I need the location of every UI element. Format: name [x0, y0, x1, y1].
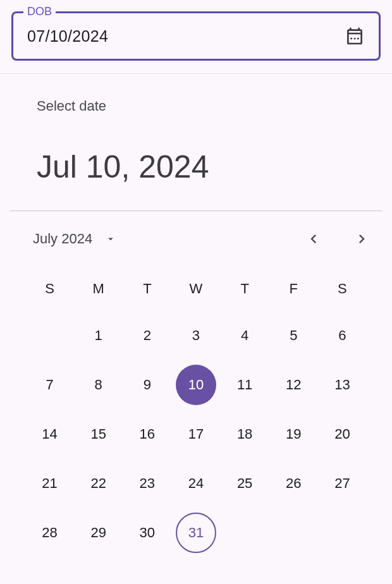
day-cell[interactable]: 5 [269, 311, 318, 360]
day-cell[interactable]: 30 [123, 508, 171, 557]
prev-month-button[interactable] [305, 230, 322, 248]
day-cell[interactable]: 4 [221, 311, 269, 360]
next-month-button[interactable] [353, 230, 371, 248]
weekday-header: S [318, 273, 367, 311]
day-cell[interactable]: 18 [221, 410, 269, 459]
day-cell[interactable]: 2 [123, 311, 171, 360]
weekday-header: M [74, 273, 123, 311]
weekday-header: F [269, 273, 318, 311]
day-empty [318, 508, 367, 557]
day-cell[interactable]: 14 [25, 410, 74, 459]
day-cell[interactable]: 19 [269, 410, 318, 459]
day-cell[interactable]: 22 [74, 459, 123, 508]
day-cell[interactable]: 6 [318, 311, 367, 360]
day-cell[interactable]: 31 [171, 508, 220, 557]
calendar-icon[interactable] [345, 26, 365, 46]
day-empty [269, 508, 318, 557]
weekday-header: T [123, 273, 171, 311]
select-date-label: Select date [37, 98, 355, 114]
day-cell[interactable]: 17 [171, 410, 220, 459]
selected-date-headline: Jul 10, 2024 [37, 149, 355, 185]
day-cell[interactable]: 27 [318, 459, 367, 508]
day-cell[interactable]: 9 [123, 360, 171, 410]
day-cell[interactable]: 29 [74, 508, 123, 557]
day-cell[interactable]: 12 [269, 360, 318, 410]
day-cell[interactable]: 15 [74, 410, 123, 459]
weekday-header: W [171, 273, 220, 311]
month-year-label: July 2024 [33, 231, 92, 247]
day-cell[interactable]: 1 [74, 311, 123, 360]
dob-input-field[interactable]: DOB 07/10/2024 [11, 11, 381, 61]
day-empty [221, 508, 269, 557]
date-picker-panel: Select date Jul 10, 2024 July 2024 SMTWT… [0, 73, 392, 557]
day-cell[interactable]: 8 [74, 360, 123, 410]
day-cell[interactable]: 7 [25, 360, 74, 410]
day-cell[interactable]: 26 [269, 459, 318, 508]
day-empty [25, 311, 74, 360]
day-cell[interactable]: 3 [171, 311, 220, 360]
month-year-selector[interactable]: July 2024 [33, 231, 116, 247]
weekday-header: T [221, 273, 269, 311]
day-cell[interactable]: 16 [123, 410, 171, 459]
day-cell[interactable]: 24 [171, 459, 220, 508]
dob-field-label: DOB [23, 5, 56, 18]
day-cell[interactable]: 20 [318, 410, 367, 459]
day-cell[interactable]: 25 [221, 459, 269, 508]
day-cell[interactable]: 21 [25, 459, 74, 508]
day-cell[interactable]: 23 [123, 459, 171, 508]
day-cell[interactable]: 11 [221, 360, 269, 410]
day-cell[interactable]: 10 [171, 360, 220, 410]
weekday-header: S [25, 273, 74, 311]
chevron-down-icon [105, 233, 116, 245]
calendar-grid: SMTWTFS 12345678910111213141516171819202… [0, 259, 392, 557]
dob-field-value: 07/10/2024 [27, 27, 108, 46]
day-cell[interactable]: 13 [318, 360, 367, 410]
day-cell[interactable]: 28 [25, 508, 74, 557]
